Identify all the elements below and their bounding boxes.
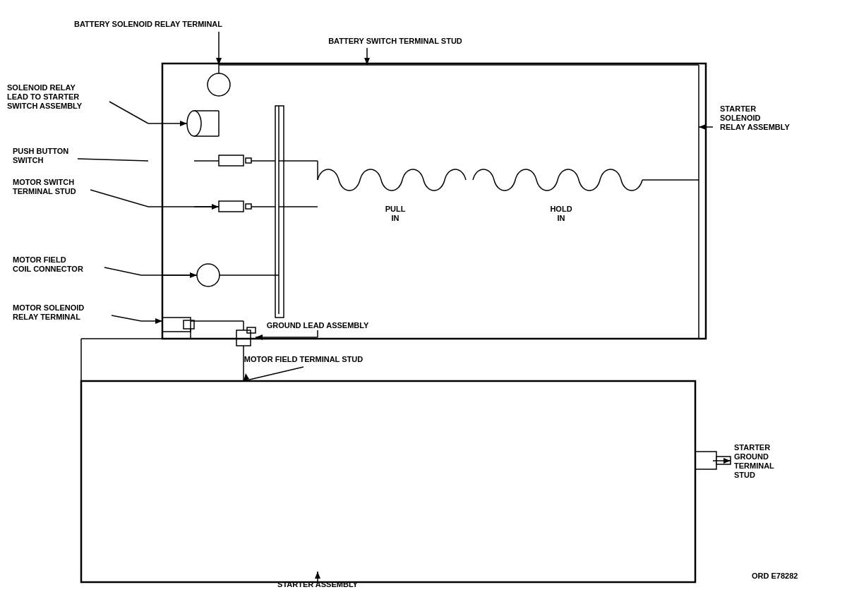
svg-marker-50	[155, 318, 162, 324]
battery-switch-terminal-stud-label: BATTERY SWITCH TERMINAL STUD	[328, 37, 462, 45]
push-button-switch-label: PUSH BUTTON	[13, 147, 68, 155]
starter-solenoid-relay-assembly-label2: SOLENOID	[720, 114, 761, 122]
svg-rect-14	[219, 155, 244, 166]
svg-point-3	[208, 73, 230, 96]
pull-in-label: PULL	[385, 205, 406, 213]
svg-rect-43	[184, 320, 194, 329]
svg-rect-18	[219, 201, 244, 212]
battery-solenoid-relay-terminal-label: BATTERY SOLENOID RELAY TERMINAL	[74, 20, 222, 28]
svg-line-72	[90, 190, 148, 207]
svg-rect-22	[275, 106, 284, 318]
svg-rect-41	[81, 381, 695, 582]
svg-line-73	[104, 267, 141, 275]
hold-in-label2: IN	[558, 214, 565, 222]
svg-marker-36	[212, 204, 219, 210]
svg-line-74	[112, 315, 141, 321]
svg-line-71	[78, 159, 148, 161]
svg-marker-38	[190, 272, 197, 278]
starter-ground-terminal-stud-label4: STUD	[734, 471, 755, 479]
svg-marker-40	[699, 124, 706, 130]
starter-solenoid-relay-assembly-label: STARTER	[720, 104, 756, 113]
solenoid-relay-lead-label: SOLENOID RELAY	[7, 83, 76, 92]
ord-number-label: ORD E78282	[752, 572, 798, 580]
motor-switch-terminal-stud-label: MOTOR SWITCH	[13, 178, 74, 186]
svg-rect-15	[246, 158, 251, 163]
motor-field-terminal-stud-label: MOTOR FIELD TERMINAL STUD	[244, 355, 363, 363]
starter-ground-terminal-stud-label2: GROUND	[734, 452, 769, 461]
motor-field-coil-connector-label: MOTOR FIELD	[13, 255, 66, 264]
svg-line-70	[109, 102, 148, 123]
svg-point-4	[187, 111, 201, 136]
ground-lead-assembly-label: GROUND LEAD ASSEMBLY	[267, 321, 369, 330]
motor-switch-terminal-stud-label2: TERMINAL STUD	[13, 187, 76, 195]
starter-solenoid-relay-assembly-label3: RELAY ASSEMBLY	[720, 123, 790, 131]
motor-field-coil-connector-label2: COIL CONNECTOR	[13, 265, 83, 273]
svg-marker-34	[180, 121, 187, 126]
svg-point-29	[197, 264, 220, 286]
svg-marker-67	[315, 572, 320, 579]
starter-ground-terminal-stud-label: STARTER	[734, 443, 770, 452]
pull-in-label2: IN	[392, 214, 400, 222]
starter-assembly-label: STARTER ASSEMBLY	[277, 580, 359, 588]
hold-in-label: HOLD	[550, 205, 572, 213]
solenoid-relay-lead-label3: SWITCH ASSEMBLY	[7, 102, 83, 110]
svg-line-56	[244, 367, 304, 381]
motor-solenoid-relay-terminal-label2: RELAY TERMINAL	[13, 313, 80, 321]
solenoid-relay-lead-label2: LEAD TO STARTER	[7, 92, 79, 101]
svg-rect-19	[246, 204, 251, 209]
motor-solenoid-relay-terminal-label: MOTOR SOLENOID	[13, 303, 84, 312]
starter-ground-terminal-stud-label3: TERMINAL	[734, 461, 774, 470]
diagram-container: text { font-family: Arial, sans-serif; f…	[0, 0, 847, 616]
push-button-switch-label2: SWITCH	[13, 156, 43, 164]
